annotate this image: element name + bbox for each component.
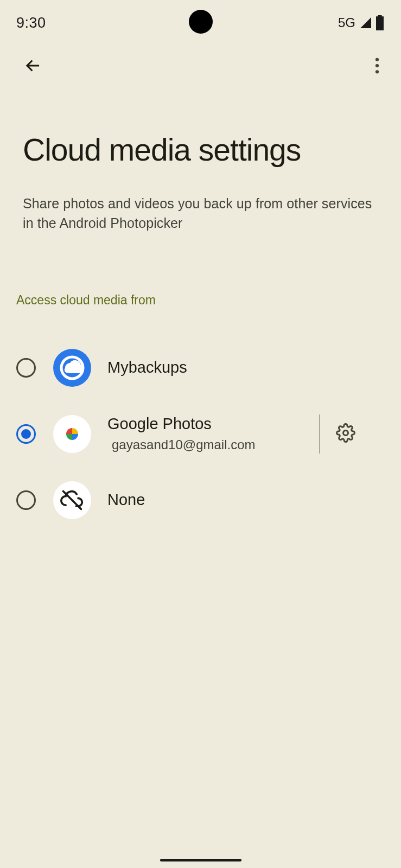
- settings-button[interactable]: [336, 423, 355, 445]
- svg-point-0: [375, 58, 379, 61]
- option-text: Mybackups: [107, 359, 378, 376]
- option-none[interactable]: None: [16, 467, 378, 533]
- radio-none[interactable]: [16, 490, 36, 510]
- navigation-bar[interactable]: [160, 859, 241, 861]
- page-title: Cloud media settings: [23, 132, 378, 168]
- svg-point-1: [375, 63, 379, 67]
- svg-point-4: [343, 430, 348, 435]
- options-list: Mybackups Google Photos gayasand10@gmail…: [16, 335, 378, 533]
- option-mybackups[interactable]: Mybackups: [16, 335, 378, 401]
- section-header: Access cloud media from: [16, 293, 378, 308]
- camera-cutout: [189, 10, 213, 34]
- svg-point-2: [375, 70, 379, 73]
- more-vert-icon: [375, 58, 379, 74]
- option-google-photos[interactable]: Google Photos gayasand10@gmail.com: [16, 401, 378, 467]
- status-icons: 5G: [338, 15, 385, 30]
- settings-section: [319, 401, 355, 467]
- google-photos-icon: [53, 415, 91, 453]
- radio-google-photos[interactable]: [16, 424, 36, 444]
- divider: [319, 414, 320, 454]
- arrow-back-icon: [23, 55, 43, 76]
- content: Cloud media settings Share photos and vi…: [0, 132, 401, 533]
- cloud-off-icon: [53, 481, 91, 519]
- radio-mybackups[interactable]: [16, 358, 36, 378]
- svg-line-5: [63, 491, 81, 509]
- mybackups-icon: [53, 349, 91, 387]
- back-button[interactable]: [23, 55, 43, 78]
- app-bar: [0, 38, 401, 90]
- gear-icon: [336, 423, 355, 443]
- option-text: None: [107, 491, 378, 509]
- overflow-menu-button[interactable]: [370, 52, 385, 81]
- status-time: 9:30: [16, 15, 46, 31]
- status-bar: 9:30 5G: [0, 0, 401, 38]
- signal-icon: [359, 16, 373, 29]
- network-type: 5G: [338, 15, 355, 30]
- option-title: None: [107, 491, 378, 509]
- option-title: Mybackups: [107, 359, 378, 376]
- battery-icon: [375, 15, 385, 30]
- page-subtitle: Share photos and videos you back up from…: [23, 194, 378, 233]
